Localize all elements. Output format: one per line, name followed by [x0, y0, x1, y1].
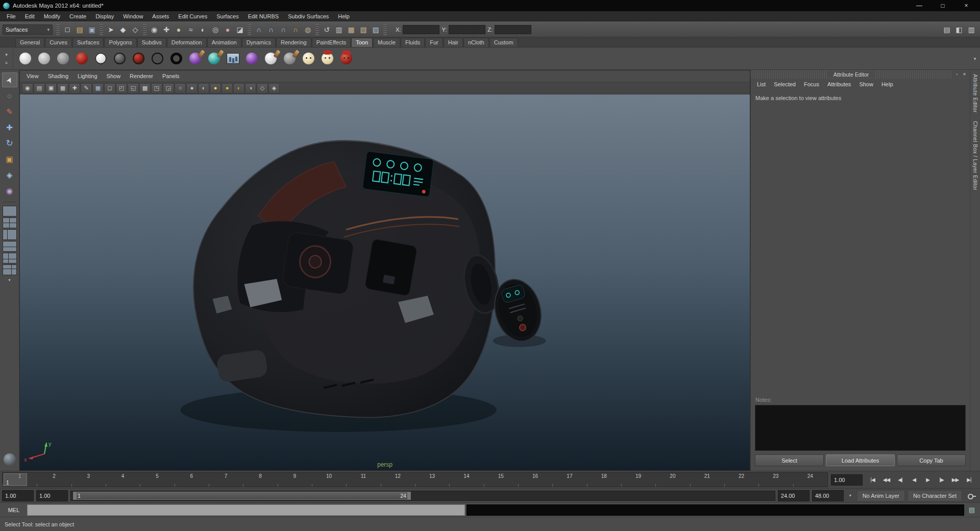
select-button[interactable]: Select	[755, 454, 824, 466]
playback-range-bar[interactable]: 1 24	[73, 492, 411, 500]
shelf-tab[interactable]: Surfaces	[72, 38, 104, 47]
soft-modification-tool[interactable]: ◉	[2, 183, 17, 198]
layout-persp-graph[interactable]	[3, 241, 17, 252]
z-input[interactable]	[495, 25, 531, 34]
universal-manipulator-tool[interactable]: ◈	[2, 167, 17, 182]
select-tool[interactable]: ➤	[2, 73, 17, 87]
tab-channel-box[interactable]: Channel Box / Layer Editor	[972, 121, 978, 190]
select-curves-mask-icon[interactable]: ≈	[185, 23, 197, 36]
lasso-select-tool[interactable]: ◌	[2, 88, 17, 103]
y-input[interactable]	[449, 25, 485, 34]
snap-to-curves-icon[interactable]: ∩	[265, 23, 277, 36]
default-lighting-icon[interactable]: ●	[210, 83, 221, 93]
toon-brush-gray-icon[interactable]	[281, 50, 298, 67]
grease-pencil-icon[interactable]: ✎	[81, 83, 92, 93]
attribute-editor-menu-item[interactable]: Show	[855, 81, 877, 87]
select-rendering-mask-icon[interactable]: ◪	[234, 23, 246, 36]
shelf-tab[interactable]: Fur	[425, 38, 443, 47]
menu-item[interactable]: Create	[65, 13, 91, 19]
select-object-icon[interactable]: ◆	[117, 23, 129, 36]
auto-keyframe-toggle[interactable]	[965, 490, 978, 501]
panel-menu-item[interactable]: Renderer	[125, 73, 158, 79]
toon-profile-line-thin-icon[interactable]	[149, 50, 166, 67]
menu-item[interactable]: Assets	[148, 13, 174, 19]
bookmark-icon[interactable]: ▣	[45, 83, 57, 93]
select-deformations-mask-icon[interactable]: ◎	[209, 23, 222, 36]
xray-icon[interactable]: ◈	[268, 83, 280, 93]
toon-fill-gray-icon[interactable]	[54, 50, 71, 67]
layout-single-perspective[interactable]	[3, 206, 17, 216]
menu-item[interactable]: Help	[333, 13, 354, 19]
snap-to-points-icon[interactable]: ∩	[277, 23, 289, 36]
show-attribute-editor-icon[interactable]: ▤	[941, 23, 953, 36]
copy-tab-button[interactable]: Copy Tab	[897, 454, 966, 466]
shelf-tab[interactable]: nCloth	[463, 38, 489, 47]
panel-menu-item[interactable]: View	[22, 73, 43, 79]
snap-to-view-planes-icon[interactable]: ∩	[289, 23, 302, 36]
play-backwards-button[interactable]: ◀	[907, 475, 921, 485]
toon-profile-line-thick-icon[interactable]	[167, 50, 185, 67]
select-joints-mask-icon[interactable]: ●	[173, 23, 185, 36]
close-panel-icon[interactable]: ×	[961, 71, 968, 78]
show-tool-settings-icon[interactable]: ◧	[953, 23, 965, 36]
anim-layer-selector[interactable]: No Anim Layer	[857, 490, 905, 501]
new-scene-icon[interactable]: □	[61, 23, 74, 36]
minimize-button[interactable]: —	[909, 1, 930, 11]
select-surfaces-mask-icon[interactable]: ◐	[197, 23, 209, 36]
menu-item[interactable]: Modify	[39, 13, 65, 19]
panel-menu-item[interactable]: Lighting	[73, 73, 102, 79]
shelf-tab[interactable]: Polygons	[104, 38, 136, 47]
shelf-tab[interactable]: Dynamics	[242, 38, 276, 47]
step-forward-key-button[interactable]: ▶▶	[948, 475, 962, 485]
step-back-key-button[interactable]: ◀◀	[879, 475, 893, 485]
animation-end-field[interactable]	[812, 490, 844, 501]
toon-paintfx-ball-icon[interactable]	[243, 50, 260, 67]
save-scene-icon[interactable]: ▣	[86, 23, 98, 36]
attribute-editor-header[interactable]: Attribute Editor ▫×	[751, 70, 970, 79]
current-time-field[interactable]	[831, 474, 863, 486]
play-forwards-button[interactable]: ▶	[921, 475, 935, 485]
step-back-frame-button[interactable]: ◀|	[893, 475, 907, 485]
shelf-tabs-toggle-icon[interactable]: ▾	[2, 51, 11, 58]
load-attributes-button[interactable]: Load Attributes	[826, 454, 895, 466]
scale-tool[interactable]: ▣	[2, 152, 17, 166]
shelf-tab[interactable]: Custom	[489, 38, 518, 47]
playback-options-button[interactable]: ▾	[846, 493, 854, 498]
toon-face-beret-icon[interactable]	[318, 50, 336, 67]
tab-attribute-editor[interactable]: Attribute Editor	[972, 74, 978, 113]
shelf-tab[interactable]: Rendering	[276, 38, 311, 47]
layout-four-view[interactable]	[3, 218, 17, 228]
shelf-tab[interactable]: General	[15, 38, 44, 47]
select-component-icon[interactable]: ◇	[129, 23, 141, 36]
shelf-tab[interactable]: Fluids	[401, 38, 425, 47]
shelf-tab[interactable]: Muscle	[373, 38, 400, 47]
camera-attributes-icon[interactable]: ▤	[34, 83, 45, 93]
lock-camera-icon[interactable]: ◉	[22, 83, 33, 93]
layout-persp-outliner[interactable]	[3, 229, 17, 240]
toon-brush-white-icon[interactable]	[262, 50, 279, 67]
select-hierarchy-icon[interactable]: ➤	[105, 23, 117, 36]
safe-action-icon[interactable]: ◳	[151, 83, 162, 93]
no-lights-icon[interactable]: ◐	[233, 83, 244, 93]
shelf-tab[interactable]: Subdivs	[137, 38, 166, 47]
notes-field[interactable]	[755, 405, 966, 451]
snap-to-grids-icon[interactable]: ∩	[253, 23, 265, 36]
shadows-icon[interactable]: ◑	[245, 83, 256, 93]
layout-hypershade-persp[interactable]	[3, 253, 17, 263]
menu-item[interactable]: Edit	[20, 13, 39, 19]
menu-item[interactable]: Edit NURBS	[243, 13, 284, 19]
attribute-editor-menu-item[interactable]: List	[753, 81, 770, 87]
command-input[interactable]	[27, 504, 465, 516]
playback-start-field[interactable]	[36, 490, 68, 501]
select-handles-mask-icon[interactable]: ✚	[160, 23, 173, 36]
shaded-mode-icon[interactable]: ●	[186, 83, 198, 93]
attribute-editor-menu-item[interactable]: Selected	[770, 81, 800, 87]
character-set-selector[interactable]: No Character Set	[908, 490, 962, 501]
open-scene-icon[interactable]: ▤	[74, 23, 86, 36]
command-line-mode-button[interactable]: MEL	[2, 507, 26, 513]
step-forward-frame-button[interactable]: |▶	[935, 475, 948, 485]
go-to-end-button[interactable]: ▶|	[962, 475, 976, 485]
menu-set-selector[interactable]: Surfaces ▾	[3, 25, 53, 35]
panel-menu-item[interactable]: Shading	[43, 73, 73, 79]
shelf-tab[interactable]: Toon	[351, 38, 373, 47]
